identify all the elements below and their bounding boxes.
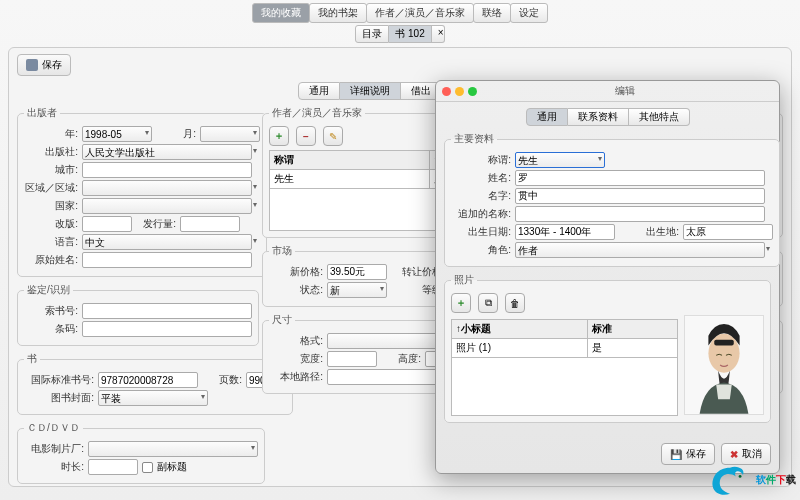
m-addname-input[interactable]	[515, 206, 765, 222]
legend-photo: 照片	[451, 273, 477, 287]
photo-col-standard[interactable]: 标准	[588, 320, 678, 339]
document-tabs: 目录 书 102 ×	[0, 23, 800, 45]
label-language: 语言:	[24, 235, 78, 249]
window-zoom-icon[interactable]	[468, 87, 477, 96]
label-publisher: 出版社:	[24, 145, 78, 159]
label-callno: 索书号:	[24, 304, 78, 318]
detail-tab-general[interactable]: 通用	[298, 82, 340, 100]
cover-select[interactable]: 平装	[98, 390, 208, 406]
top-nav: 我的收藏 我的书架 作者／演员／音乐家 联络 设定	[0, 0, 800, 23]
add-author-button[interactable]: ＋	[269, 126, 289, 146]
modal-titlebar[interactable]: 编辑	[436, 81, 779, 102]
region-select[interactable]	[82, 180, 252, 196]
country-select[interactable]	[82, 198, 252, 214]
year-select[interactable]: 1998-05	[82, 126, 152, 142]
tab-catalog[interactable]: 目录	[355, 25, 389, 43]
label-runtime: 时长:	[24, 460, 84, 474]
legend-market: 市场	[269, 244, 295, 258]
tab-current-book[interactable]: 书 102	[389, 25, 431, 43]
remove-author-button[interactable]: −	[296, 126, 316, 146]
watermark: 软件下载	[708, 462, 796, 498]
legend-authors: 作者／演员／音乐家	[269, 106, 365, 120]
callno-input[interactable]	[82, 303, 252, 319]
legend-maininfo: 主要资料	[451, 132, 497, 146]
m-role-select[interactable]: 作者	[515, 242, 765, 258]
svg-rect-2	[714, 340, 734, 346]
publisher-select[interactable]: 人民文学出版社	[82, 144, 252, 160]
m-label-pob: 出生地:	[619, 225, 679, 239]
edit-modal: 编辑 通用 联系资料 其他特点 主要资料 称谓:先生 姓名: 名字: 追加的名称…	[435, 80, 780, 474]
modal-tabs: 通用 联系资料 其他特点	[444, 108, 771, 126]
runtime-input[interactable]	[88, 459, 138, 475]
cancel-icon: ✖	[730, 449, 738, 460]
trash-icon: 🗑	[510, 298, 520, 309]
photo-col-caption[interactable]: ↑小标题	[452, 320, 588, 339]
topnav-tab-collection[interactable]: 我的收藏	[252, 3, 310, 23]
language-select[interactable]: 中文	[82, 234, 252, 250]
width-input[interactable]	[327, 351, 377, 367]
newprice-input[interactable]	[327, 264, 387, 280]
save-icon	[26, 59, 38, 71]
topnav-tab-contacts[interactable]: 联络	[473, 3, 511, 23]
add-photo-button[interactable]: ＋	[451, 293, 471, 313]
topnav-tab-settings[interactable]: 设定	[510, 3, 548, 23]
copy-photo-button[interactable]: ⧉	[478, 293, 498, 313]
modal-tab-other[interactable]: 其他特点	[629, 108, 690, 126]
label-status: 状态:	[269, 283, 323, 297]
modal-tab-general[interactable]: 通用	[526, 108, 568, 126]
origname-input[interactable]	[82, 252, 252, 268]
label-width: 宽度:	[269, 352, 323, 366]
plus-icon: ＋	[274, 129, 284, 143]
minus-icon: −	[303, 131, 309, 142]
fieldset-publisher: 出版者 年: 1998-05 月: 出版社:人民文学出版社 城市: 区域／区域:…	[17, 106, 267, 277]
legend-book: 书	[24, 352, 40, 366]
fieldset-cddvd: ＣＤ/ＤＶＤ 电影制片厂: 时长: 副标题	[17, 421, 265, 484]
modal-tab-contact[interactable]: 联系资料	[568, 108, 629, 126]
m-surname-input[interactable]	[515, 170, 765, 186]
dragon-icon	[708, 462, 752, 498]
topnav-tab-shelf[interactable]: 我的书架	[309, 3, 367, 23]
m-pob-input[interactable]	[683, 224, 773, 240]
tab-close-icon[interactable]: ×	[432, 25, 445, 43]
label-year: 年:	[24, 127, 78, 141]
table-row[interactable]: 照片 (1)是	[452, 339, 678, 358]
watermark-text: 软件下载	[756, 473, 796, 487]
m-label-role: 角色:	[451, 243, 511, 257]
m-dob-input[interactable]	[515, 224, 615, 240]
barcode-input[interactable]	[82, 321, 252, 337]
modal-title: 编辑	[477, 84, 773, 98]
isbn-input[interactable]	[98, 372, 198, 388]
modal-save-button[interactable]: 💾保存	[661, 443, 715, 465]
m-label-surname: 姓名:	[451, 171, 511, 185]
m-given-input[interactable]	[515, 188, 765, 204]
label-country: 国家:	[24, 199, 78, 213]
save-label: 保存	[42, 58, 62, 72]
edit-author-button[interactable]: ✎	[323, 126, 343, 146]
label-newprice: 新价格:	[269, 265, 323, 279]
label-cover: 图书封面:	[24, 391, 94, 405]
subtitle-checkbox[interactable]	[142, 462, 153, 473]
save-button[interactable]: 保存	[17, 54, 71, 76]
subtitle-label: 副标题	[157, 460, 187, 474]
col-title[interactable]: 称谓	[270, 151, 430, 170]
detail-tab-details[interactable]: 详细说明	[340, 82, 401, 100]
label-origname: 原始姓名:	[24, 253, 78, 267]
window-minimize-icon[interactable]	[455, 87, 464, 96]
circulation-input[interactable]	[180, 216, 240, 232]
m-label-addname: 追加的名称:	[451, 207, 511, 221]
photo-table[interactable]: ↑小标题标准 照片 (1)是	[451, 319, 678, 416]
status-select[interactable]: 新	[327, 282, 387, 298]
delete-photo-button[interactable]: 🗑	[505, 293, 525, 313]
topnav-tab-authors[interactable]: 作者／演员／音乐家	[366, 3, 474, 23]
edition-input[interactable]	[82, 216, 132, 232]
plus-icon: ＋	[456, 296, 466, 310]
label-city: 城市:	[24, 163, 78, 177]
window-close-icon[interactable]	[442, 87, 451, 96]
fieldset-photo: 照片 ＋ ⧉ 🗑 ↑小标题标准 照片 (1)是	[444, 273, 771, 423]
studio-select[interactable]	[88, 441, 258, 457]
fieldset-maininfo: 主要资料 称谓:先生 姓名: 名字: 追加的名称: 出生日期: 出生地: 角色:…	[444, 132, 780, 267]
m-title-select[interactable]: 先生	[515, 152, 605, 168]
month-select[interactable]	[200, 126, 260, 142]
label-studio: 电影制片厂:	[24, 442, 84, 456]
city-input[interactable]	[82, 162, 252, 178]
